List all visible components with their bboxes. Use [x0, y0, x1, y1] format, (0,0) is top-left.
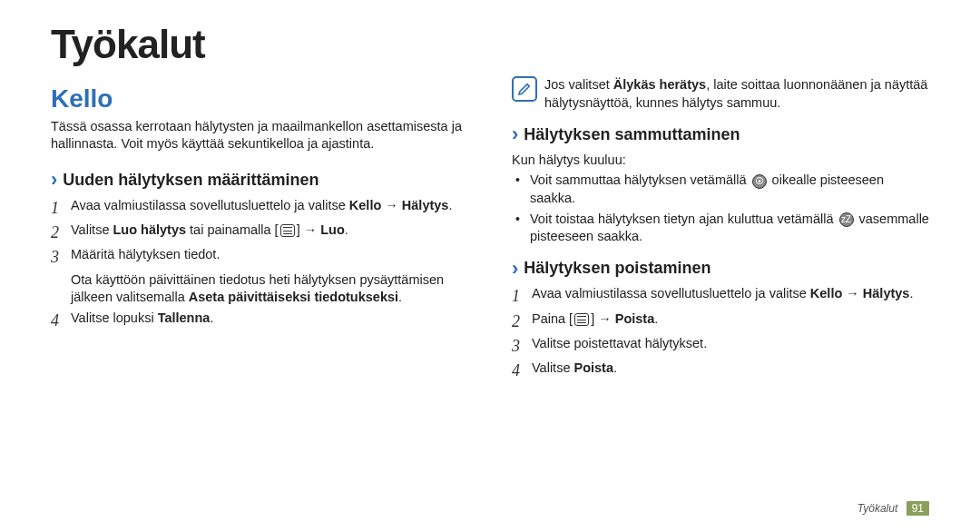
bullet-stop: Voit sammuttaa hälytyksen vetämällä ⦿ oi… [515, 172, 929, 207]
step-1: 1 Avaa valmiustilassa sovellutusluettelo… [51, 197, 468, 219]
pencil-note-icon [512, 76, 537, 102]
section-heading: Kello [51, 82, 468, 116]
page-title: Työkalut [51, 22, 929, 67]
step-number: 2 [512, 310, 532, 332]
bullet-icon [515, 172, 530, 207]
stop-alarm-lead: Kun hälytys kuuluu: [512, 152, 929, 170]
del-step-3: 3 Valitse poistettavat hälytykset. [512, 335, 929, 357]
subheading-new-alarm: Uuden hälytyksen määrittäminen [51, 166, 468, 193]
del-step-4: 4 Valitse Poista. [512, 360, 929, 381]
bullet-snooze: Voit toistaa hälytyksen tietyn ajan kulu… [515, 211, 929, 246]
menu-icon [280, 224, 295, 237]
page-footer: Työkalut 91 [51, 501, 929, 516]
footer-label: Työkalut [858, 502, 897, 515]
alarm-snooze-icon: zZ [839, 212, 854, 227]
del-step-2: 2 Paina [] → Poista. [512, 310, 929, 332]
step-number: 3 [512, 335, 532, 357]
subheading-stop-alarm: Hälytyksen sammuttaminen [512, 121, 929, 148]
right-column: Jos valitset Älykäs herätys, laite soitt… [512, 76, 929, 498]
step-number: 4 [512, 360, 532, 381]
step-4: 4 Valitse lopuksi Tallenna. [51, 310, 468, 331]
left-column: Kello Tässä osassa kerrotaan hälytysten … [51, 76, 468, 498]
page-number: 91 [906, 501, 929, 516]
step-2: 2 Valitse Luo hälytys tai painamalla [] … [51, 222, 468, 243]
info-note: Jos valitset Älykäs herätys, laite soitt… [512, 76, 929, 112]
alarm-stop-icon: ⦿ [752, 174, 767, 189]
bullet-icon [515, 211, 530, 246]
step-3: 3 Määritä hälytyksen tiedot. [51, 246, 468, 268]
menu-icon [574, 313, 589, 326]
step-number: 1 [512, 285, 532, 307]
del-step-1: 1 Avaa valmiustilassa sovellutusluettelo… [512, 285, 929, 307]
step-3-note: Ota käyttöön päivittäinen tiedotus heti … [71, 271, 468, 307]
subheading-delete-alarm: Hälytyksen poistaminen [512, 255, 929, 282]
section-intro: Tässä osassa kerrotaan hälytysten ja maa… [51, 118, 468, 153]
step-number: 1 [51, 197, 71, 219]
step-number: 4 [51, 310, 71, 331]
step-number: 2 [51, 222, 71, 243]
step-number: 3 [51, 246, 71, 268]
